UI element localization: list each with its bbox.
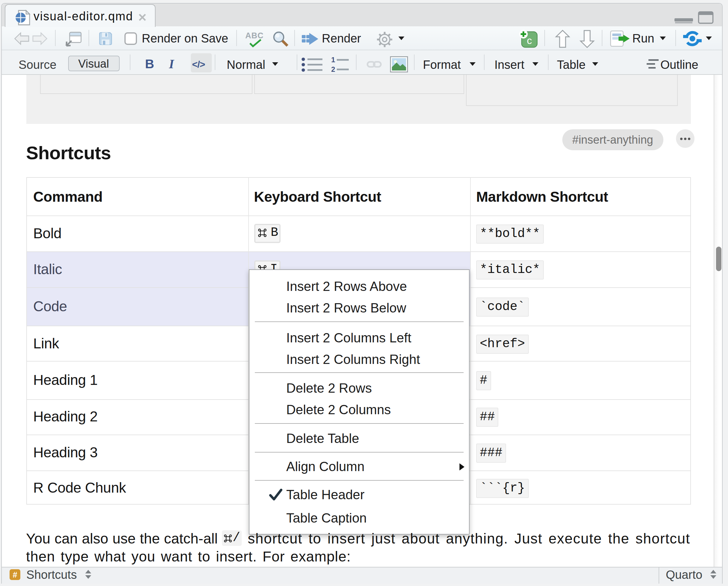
svg-text:c: c <box>527 35 532 46</box>
svg-text:#: # <box>12 570 17 579</box>
svg-text:1: 1 <box>331 56 335 64</box>
svg-text:2: 2 <box>331 65 335 73</box>
